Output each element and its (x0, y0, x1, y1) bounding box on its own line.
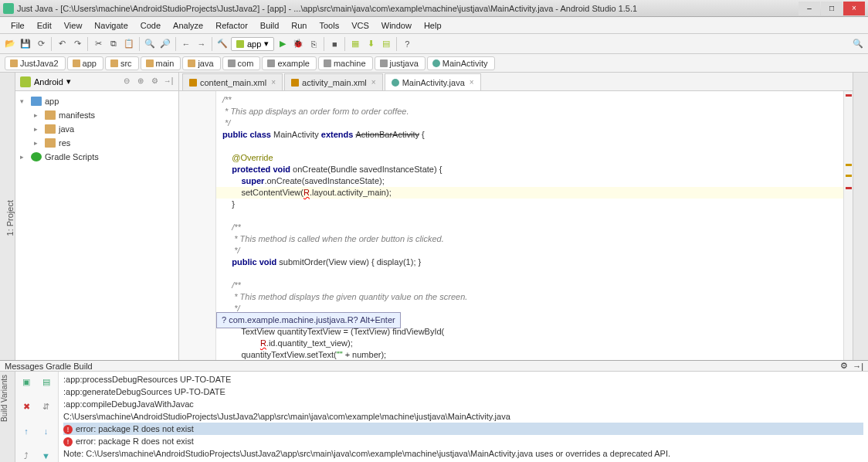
project-view-label[interactable]: Android (34, 77, 63, 87)
attach-icon[interactable]: ⎘ (307, 37, 320, 51)
monitor-icon[interactable]: ▤ (379, 37, 393, 51)
crumb-example[interactable]: example (262, 56, 317, 70)
rail-project[interactable]: 1: Project (5, 197, 15, 239)
menu-tools[interactable]: Tools (313, 19, 345, 32)
collapse-icon[interactable]: ▤ (39, 375, 54, 389)
tree-node-app[interactable]: ▾app (15, 94, 178, 108)
left-tool-rail: 1: Project 7: Structure Captures (0, 73, 15, 360)
tree-node-res[interactable]: ▸res (15, 136, 178, 150)
undo-icon[interactable]: ↶ (55, 37, 69, 51)
crumb-app[interactable]: app (67, 56, 103, 70)
stop-icon[interactable]: ✖ (19, 399, 34, 413)
close-icon[interactable]: × (371, 78, 376, 87)
prev-icon[interactable]: ↑ (19, 424, 34, 438)
crumb-justjava2[interactable]: JustJava2 (5, 56, 66, 70)
menu-file[interactable]: File (5, 19, 31, 32)
minimize-button[interactable]: – (798, 2, 820, 15)
collapse-icon[interactable]: ⊖ (121, 76, 132, 87)
rail-build-variants[interactable]: Build Variants (0, 372, 8, 425)
editor-gutter[interactable] (179, 91, 216, 360)
error-line[interactable]: !error: package R does not exist (63, 423, 863, 435)
messages-content[interactable]: :app:processDebugResources UP-TO-DATE :a… (59, 372, 868, 462)
help-icon[interactable]: ? (400, 37, 414, 51)
tab-mainactivity[interactable]: MainActivity.java× (385, 73, 481, 90)
redo-icon[interactable]: ↷ (70, 37, 84, 51)
copy-icon[interactable]: ⧉ (107, 37, 120, 51)
messages-panel: Messages Gradle Build ⚙ →| Build Variant… (0, 360, 868, 462)
menu-analyze[interactable]: Analyze (167, 19, 209, 32)
warning-marker[interactable] (846, 164, 852, 166)
error-line[interactable]: !error: package R does not exist (63, 435, 863, 447)
menu-vcs[interactable]: VCS (345, 19, 375, 32)
tree-node-java[interactable]: ▸java (15, 122, 178, 136)
crumb-com[interactable]: com (222, 56, 261, 70)
forward-icon[interactable]: → (195, 37, 209, 51)
package-icon (324, 59, 331, 67)
menu-code[interactable]: Code (134, 19, 167, 32)
crumb-mainactivity[interactable]: MainActivity (427, 56, 495, 70)
maximize-button[interactable]: □ (821, 2, 843, 15)
funnel-icon[interactable]: ▼ (39, 449, 54, 462)
hide-icon[interactable]: →| (853, 362, 863, 371)
tree-node-manifests[interactable]: ▸manifests (15, 108, 178, 122)
expand-icon[interactable]: ▣ (19, 375, 34, 389)
menu-build[interactable]: Build (254, 19, 285, 32)
tab-activity-main[interactable]: activity_main.xml× (284, 73, 383, 90)
save-icon[interactable]: 💾 (19, 37, 32, 51)
menu-refactor[interactable]: Refactor (209, 19, 254, 32)
error-stripe[interactable] (843, 91, 853, 360)
menu-view[interactable]: View (58, 19, 89, 32)
search-everywhere-icon[interactable]: 🔍 (851, 37, 865, 51)
menu-edit[interactable]: Edit (31, 19, 58, 32)
menu-window[interactable]: Window (375, 19, 418, 32)
crumb-justjava[interactable]: justjava (375, 56, 426, 70)
note-line: Note: C:\Users\machine\AndroidStudioProj… (63, 447, 863, 460)
sync-icon[interactable]: ⟳ (34, 37, 48, 51)
error-marker[interactable] (846, 187, 852, 189)
message-line[interactable]: C:\Users\machine\AndroidStudioProjects\J… (63, 410, 863, 423)
run-config-select[interactable]: app ▾ (231, 37, 274, 51)
avd-icon[interactable]: ▦ (348, 37, 362, 51)
gear-icon[interactable]: ⚙ (840, 361, 848, 371)
open-icon[interactable]: 📂 (3, 37, 17, 51)
error-icon: ! (63, 425, 73, 434)
crumb-main[interactable]: main (141, 56, 181, 70)
crumb-java[interactable]: java (182, 56, 220, 70)
crumb-machine[interactable]: machine (318, 56, 373, 70)
next-icon[interactable]: ↓ (39, 424, 54, 438)
make-icon[interactable]: 🔨 (215, 37, 229, 51)
menu-navigate[interactable]: Navigate (88, 19, 134, 32)
crumb-src[interactable]: src (105, 56, 139, 70)
stop-icon[interactable]: ■ (327, 37, 341, 51)
code-editor[interactable]: /** * This app displays an order form to… (179, 91, 853, 360)
target-icon[interactable]: ⊕ (135, 76, 146, 87)
folder-icon (188, 59, 195, 67)
debug-icon[interactable]: 🐞 (291, 37, 305, 51)
gear-icon[interactable]: ⚙ (149, 76, 160, 87)
error-marker[interactable] (846, 94, 852, 97)
code-content[interactable]: /** * This app displays an order form to… (216, 91, 843, 360)
run-config-label: app (247, 39, 261, 49)
close-button[interactable]: × (843, 2, 865, 15)
intention-hint[interactable]: ? com.example.machine.justjava.R? Alt+En… (216, 312, 401, 328)
filter-icon[interactable]: ⇵ (39, 399, 54, 413)
sdk-icon[interactable]: ⬇ (364, 37, 378, 51)
back-icon[interactable]: ← (179, 37, 193, 51)
tab-content-main[interactable]: content_main.xml× (182, 73, 283, 90)
window-title: Just Java - [C:\Users\machine\AndroidStu… (17, 4, 798, 13)
replace-icon[interactable]: 🔎 (158, 37, 172, 51)
chevron-down-icon[interactable]: ▾ (66, 76, 71, 87)
close-icon[interactable]: × (271, 78, 276, 87)
run-icon[interactable]: ▶ (276, 37, 290, 51)
menu-help[interactable]: Help (418, 19, 448, 32)
folder-icon (73, 59, 80, 67)
hide-icon[interactable]: →| (163, 76, 174, 87)
paste-icon[interactable]: 📋 (122, 37, 136, 51)
menu-run[interactable]: Run (285, 19, 313, 32)
tree-node-gradle[interactable]: ▸Gradle Scripts (15, 150, 178, 164)
warning-marker[interactable] (846, 175, 852, 177)
find-icon[interactable]: 🔍 (143, 37, 157, 51)
cut-icon[interactable]: ✂ (91, 37, 105, 51)
close-icon[interactable]: × (470, 78, 474, 87)
export-icon[interactable]: ⤴ (19, 449, 34, 462)
